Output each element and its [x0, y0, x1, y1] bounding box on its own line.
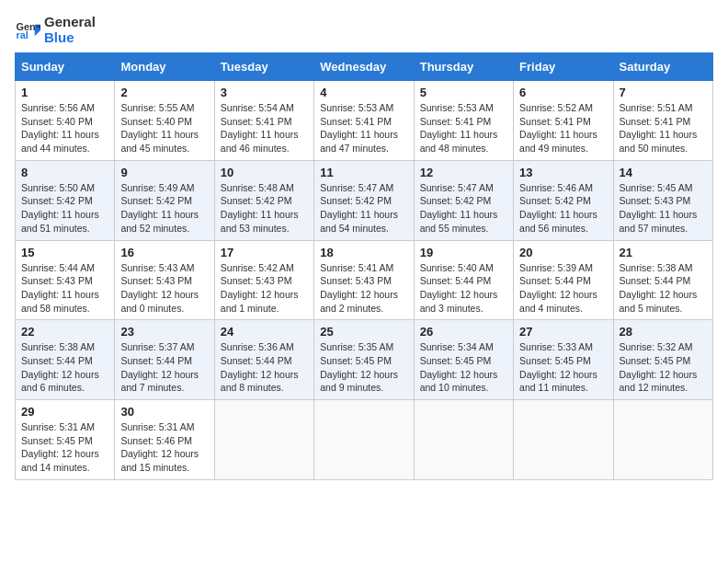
day-info: Sunrise: 5:50 AMSunset: 5:42 PMDaylight:…	[21, 182, 99, 234]
calendar-cell	[214, 400, 313, 480]
day-number: 17	[221, 246, 308, 259]
calendar-cell: 3Sunrise: 5:54 AMSunset: 5:41 PMDaylight…	[214, 81, 313, 161]
day-number: 9	[120, 166, 208, 179]
day-info: Sunrise: 5:42 AMSunset: 5:43 PMDaylight:…	[221, 262, 299, 314]
day-info: Sunrise: 5:31 AMSunset: 5:45 PMDaylight:…	[21, 421, 99, 473]
day-info: Sunrise: 5:47 AMSunset: 5:42 PMDaylight:…	[320, 182, 398, 234]
day-number: 16	[120, 246, 208, 259]
calendar-cell: 7Sunrise: 5:51 AMSunset: 5:41 PMDaylight…	[613, 81, 712, 161]
day-number: 4	[320, 86, 407, 99]
logo-blue: Blue	[44, 30, 96, 46]
calendar-cell: 12Sunrise: 5:47 AMSunset: 5:42 PMDayligh…	[414, 160, 513, 240]
day-info: Sunrise: 5:56 AMSunset: 5:40 PMDaylight:…	[21, 102, 99, 154]
day-info: Sunrise: 5:31 AMSunset: 5:46 PMDaylight:…	[120, 421, 199, 473]
calendar-cell: 23Sunrise: 5:37 AMSunset: 5:44 PMDayligh…	[115, 320, 214, 400]
day-info: Sunrise: 5:32 AMSunset: 5:45 PMDaylight:…	[620, 341, 698, 393]
calendar-cell: 17Sunrise: 5:42 AMSunset: 5:43 PMDayligh…	[214, 240, 313, 320]
calendar-table: SundayMondayTuesdayWednesdayThursdayFrid…	[15, 52, 713, 480]
col-header-saturday: Saturday	[613, 53, 712, 81]
day-number: 24	[221, 325, 308, 339]
day-number: 25	[320, 325, 407, 339]
day-number: 27	[519, 325, 607, 339]
day-number: 1	[21, 86, 108, 99]
day-number: 12	[420, 166, 507, 179]
calendar-cell: 26Sunrise: 5:34 AMSunset: 5:45 PMDayligh…	[414, 320, 513, 400]
col-header-sunday: Sunday	[16, 53, 115, 81]
calendar-cell: 1Sunrise: 5:56 AMSunset: 5:40 PMDaylight…	[16, 81, 115, 161]
day-number: 18	[320, 246, 407, 259]
calendar-cell	[514, 400, 613, 480]
day-info: Sunrise: 5:49 AMSunset: 5:42 PMDaylight:…	[120, 182, 199, 234]
day-info: Sunrise: 5:51 AMSunset: 5:41 PMDaylight:…	[620, 102, 698, 154]
calendar-cell: 13Sunrise: 5:46 AMSunset: 5:42 PMDayligh…	[514, 160, 613, 240]
day-number: 23	[120, 325, 208, 339]
calendar-cell: 18Sunrise: 5:41 AMSunset: 5:43 PMDayligh…	[314, 240, 414, 320]
day-number: 30	[120, 405, 208, 419]
day-info: Sunrise: 5:44 AMSunset: 5:43 PMDaylight:…	[21, 262, 99, 314]
day-number: 20	[519, 246, 607, 259]
logo: Gene ral General Blue	[15, 15, 96, 45]
day-info: Sunrise: 5:53 AMSunset: 5:41 PMDaylight:…	[420, 102, 498, 154]
page-header: Gene ral General Blue	[15, 15, 713, 45]
day-number: 2	[120, 86, 208, 99]
calendar-cell: 21Sunrise: 5:38 AMSunset: 5:44 PMDayligh…	[613, 240, 712, 320]
col-header-thursday: Thursday	[414, 53, 513, 81]
calendar-week-2: 8Sunrise: 5:50 AMSunset: 5:42 PMDaylight…	[16, 160, 713, 240]
day-number: 5	[420, 86, 507, 99]
day-number: 10	[221, 166, 308, 179]
calendar-cell: 11Sunrise: 5:47 AMSunset: 5:42 PMDayligh…	[314, 160, 414, 240]
day-number: 26	[420, 325, 507, 339]
day-info: Sunrise: 5:34 AMSunset: 5:45 PMDaylight:…	[420, 341, 498, 393]
calendar-cell: 29Sunrise: 5:31 AMSunset: 5:45 PMDayligh…	[16, 400, 115, 480]
day-number: 22	[21, 325, 108, 339]
calendar-cell: 15Sunrise: 5:44 AMSunset: 5:43 PMDayligh…	[16, 240, 115, 320]
day-number: 29	[21, 405, 108, 419]
calendar-cell: 9Sunrise: 5:49 AMSunset: 5:42 PMDaylight…	[115, 160, 214, 240]
day-number: 28	[620, 325, 707, 339]
col-header-friday: Friday	[514, 53, 613, 81]
day-number: 15	[21, 246, 108, 259]
day-number: 19	[420, 246, 507, 259]
calendar-cell: 4Sunrise: 5:53 AMSunset: 5:41 PMDaylight…	[314, 81, 414, 161]
logo-general: General	[44, 15, 96, 30]
calendar-cell: 10Sunrise: 5:48 AMSunset: 5:42 PMDayligh…	[214, 160, 313, 240]
day-info: Sunrise: 5:45 AMSunset: 5:43 PMDaylight:…	[620, 182, 698, 234]
day-number: 6	[519, 86, 607, 99]
logo-icon: Gene ral	[15, 17, 40, 43]
calendar-week-4: 22Sunrise: 5:38 AMSunset: 5:44 PMDayligh…	[16, 320, 713, 400]
calendar-cell: 2Sunrise: 5:55 AMSunset: 5:40 PMDaylight…	[115, 81, 214, 161]
day-info: Sunrise: 5:43 AMSunset: 5:43 PMDaylight:…	[120, 262, 199, 314]
calendar-week-3: 15Sunrise: 5:44 AMSunset: 5:43 PMDayligh…	[16, 240, 713, 320]
day-number: 13	[519, 166, 607, 179]
calendar-cell	[314, 400, 414, 480]
day-info: Sunrise: 5:53 AMSunset: 5:41 PMDaylight:…	[320, 102, 398, 154]
day-info: Sunrise: 5:41 AMSunset: 5:43 PMDaylight:…	[320, 262, 398, 314]
calendar-header-row: SundayMondayTuesdayWednesdayThursdayFrid…	[16, 53, 713, 81]
day-info: Sunrise: 5:38 AMSunset: 5:44 PMDaylight:…	[620, 262, 698, 314]
day-number: 11	[320, 166, 407, 179]
calendar-cell: 5Sunrise: 5:53 AMSunset: 5:41 PMDaylight…	[414, 81, 513, 161]
col-header-tuesday: Tuesday	[214, 53, 313, 81]
day-info: Sunrise: 5:38 AMSunset: 5:44 PMDaylight:…	[21, 341, 99, 393]
day-info: Sunrise: 5:46 AMSunset: 5:42 PMDaylight:…	[519, 182, 597, 234]
col-header-monday: Monday	[115, 53, 214, 81]
day-number: 7	[620, 86, 707, 99]
calendar-cell: 14Sunrise: 5:45 AMSunset: 5:43 PMDayligh…	[613, 160, 712, 240]
calendar-cell: 25Sunrise: 5:35 AMSunset: 5:45 PMDayligh…	[314, 320, 414, 400]
day-info: Sunrise: 5:33 AMSunset: 5:45 PMDaylight:…	[519, 341, 597, 393]
calendar-cell	[414, 400, 513, 480]
calendar-cell: 16Sunrise: 5:43 AMSunset: 5:43 PMDayligh…	[115, 240, 214, 320]
calendar-cell: 27Sunrise: 5:33 AMSunset: 5:45 PMDayligh…	[514, 320, 613, 400]
day-info: Sunrise: 5:39 AMSunset: 5:44 PMDaylight:…	[519, 262, 597, 314]
day-info: Sunrise: 5:55 AMSunset: 5:40 PMDaylight:…	[120, 102, 199, 154]
calendar-cell: 6Sunrise: 5:52 AMSunset: 5:41 PMDaylight…	[514, 81, 613, 161]
calendar-cell: 20Sunrise: 5:39 AMSunset: 5:44 PMDayligh…	[514, 240, 613, 320]
day-info: Sunrise: 5:35 AMSunset: 5:45 PMDaylight:…	[320, 341, 398, 393]
day-number: 8	[21, 166, 108, 179]
day-info: Sunrise: 5:54 AMSunset: 5:41 PMDaylight:…	[221, 102, 299, 154]
day-info: Sunrise: 5:37 AMSunset: 5:44 PMDaylight:…	[120, 341, 199, 393]
calendar-cell: 8Sunrise: 5:50 AMSunset: 5:42 PMDaylight…	[16, 160, 115, 240]
calendar-week-1: 1Sunrise: 5:56 AMSunset: 5:40 PMDaylight…	[16, 81, 713, 161]
day-info: Sunrise: 5:52 AMSunset: 5:41 PMDaylight:…	[519, 102, 597, 154]
calendar-cell: 28Sunrise: 5:32 AMSunset: 5:45 PMDayligh…	[613, 320, 712, 400]
